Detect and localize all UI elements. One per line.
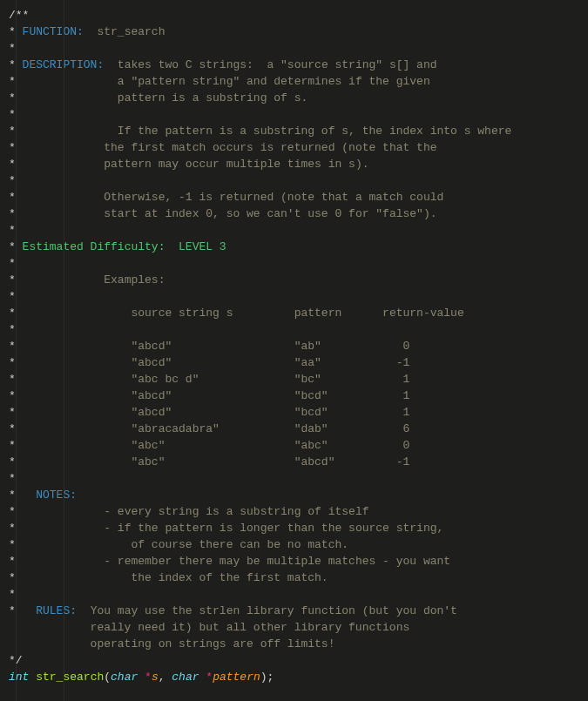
code-token: *	[9, 356, 16, 369]
code-token: of course there can be no match.	[16, 538, 348, 551]
code-line[interactable]: * - remember there may be multiple match…	[9, 555, 450, 568]
code-token: /**	[9, 9, 29, 22]
code-token: *	[9, 273, 16, 286]
code-line[interactable]: * If the pattern is a substring of s, th…	[9, 125, 511, 138]
code-token: RULES:	[36, 604, 77, 617]
code-token: );	[260, 671, 274, 684]
code-line[interactable]: *	[9, 174, 16, 187]
code-token: "abc" "abcd" -1	[16, 455, 409, 468]
code-token: "abcd" "aa" -1	[16, 356, 409, 369]
code-line[interactable]: * Estimated Difficulty: LEVEL 3	[9, 240, 226, 253]
code-line[interactable]: * "abcd" "aa" -1	[9, 356, 409, 369]
code-token: start at index 0, so we can't use 0 for …	[16, 207, 437, 220]
code-token: NOTES:	[36, 489, 77, 502]
code-token: pattern may occur multiple times in s).	[16, 158, 369, 171]
code-token: *	[9, 75, 16, 88]
indent-guide	[16, 0, 17, 701]
code-line[interactable]: * start at index 0, so we can't use 0 fo…	[9, 207, 437, 220]
code-token: *	[9, 604, 36, 617]
code-token: s	[152, 671, 159, 684]
code-token: FUNCTION:	[23, 25, 84, 38]
code-line[interactable]: /**	[9, 9, 29, 22]
code-line[interactable]: * "abcd" "bcd" 1	[9, 389, 409, 402]
code-token: (	[104, 671, 111, 684]
code-token: char	[172, 671, 199, 684]
code-token: *	[9, 108, 16, 121]
code-token: pattern	[213, 671, 260, 684]
code-line[interactable]: *	[9, 42, 16, 55]
code-line[interactable]: *	[9, 257, 16, 270]
code-token: You may use the strlen library function …	[77, 604, 457, 617]
code-token: *	[9, 489, 36, 502]
code-token: *	[9, 207, 16, 220]
code-token: really need it) but all other library fu…	[9, 621, 409, 634]
code-line[interactable]: * "abc" "abc" 0	[9, 439, 409, 452]
code-line[interactable]: * of course there can be no match.	[9, 538, 348, 551]
code-line[interactable]: *	[9, 588, 16, 601]
code-line[interactable]: * DESCRIPTION: takes two C strings: a "s…	[9, 58, 437, 71]
code-block[interactable]: /** * FUNCTION: str_search * * DESCRIPTI…	[0, 0, 588, 692]
code-token: int	[9, 671, 29, 684]
code-token: "abracadabra" "dab" 6	[16, 422, 409, 435]
code-token: *	[9, 522, 16, 535]
code-token: ,	[159, 671, 172, 684]
code-line[interactable]: * a "pattern string" and determines if t…	[9, 75, 430, 88]
code-token: *	[9, 555, 16, 568]
code-token: *	[145, 671, 152, 684]
code-line[interactable]: * NOTES:	[9, 489, 77, 502]
code-line[interactable]: * "abc bc d" "bc" 1	[9, 373, 409, 386]
code-line[interactable]: * Examples:	[9, 273, 165, 286]
code-token: *	[9, 389, 16, 402]
code-token: *	[9, 191, 16, 204]
code-token	[138, 671, 145, 684]
code-token: - if the pattern is longer than the sour…	[16, 522, 443, 535]
code-line[interactable]: * "abracadabra" "dab" 6	[9, 422, 409, 435]
code-line[interactable]: * FUNCTION: str_search	[9, 25, 165, 38]
code-line[interactable]: operating on strings are off limits!	[9, 637, 335, 650]
code-token: "abc" "abc" 0	[16, 439, 409, 452]
code-token: *	[9, 571, 16, 584]
code-line[interactable]: really need it) but all other library fu…	[9, 621, 409, 634]
code-token: *	[9, 141, 16, 154]
code-line[interactable]: *	[9, 472, 16, 485]
code-token: char	[111, 671, 138, 684]
code-token: takes two C strings: a "source string" s…	[104, 58, 436, 71]
code-line[interactable]: * Otherwise, -1 is returned (note that a…	[9, 191, 443, 204]
code-token: *	[9, 224, 16, 237]
code-token: *	[9, 340, 16, 353]
code-line[interactable]: *	[9, 224, 16, 237]
code-token: pattern is a substring of s.	[16, 91, 308, 104]
code-token: Estimated Difficulty: LEVEL 3	[23, 240, 226, 253]
code-line[interactable]: *	[9, 323, 16, 336]
code-line[interactable]: * the first match occurs is returned (no…	[9, 141, 437, 154]
indent-guide	[64, 0, 64, 701]
code-token: *	[9, 257, 16, 270]
code-line[interactable]: *	[9, 108, 16, 121]
code-token: *	[206, 671, 213, 684]
code-token: *	[9, 125, 16, 138]
code-token: *	[9, 406, 16, 419]
code-token: *	[9, 158, 16, 171]
editor-viewport: /** * FUNCTION: str_search * * DESCRIPTI…	[0, 0, 588, 701]
code-token: *	[9, 422, 16, 435]
code-line[interactable]: * "abcd" "ab" 0	[9, 340, 409, 353]
code-line[interactable]: * "abcd" "bcd" 1	[9, 406, 409, 419]
code-line[interactable]: * - if the pattern is longer than the so…	[9, 522, 443, 535]
code-token: *	[9, 588, 16, 601]
code-line[interactable]: * RULES: You may use the strlen library …	[9, 604, 457, 617]
code-token: Examples:	[16, 273, 166, 286]
code-line[interactable]: * "abc" "abcd" -1	[9, 455, 409, 468]
code-line[interactable]: * pattern is a substring of s.	[9, 91, 308, 104]
code-token: *	[9, 307, 16, 320]
code-token: *	[9, 455, 16, 468]
code-token: Otherwise, -1 is returned (note that a m…	[16, 191, 443, 204]
code-token: *	[9, 373, 16, 386]
code-line[interactable]: *	[9, 290, 16, 303]
code-line[interactable]: * source string s pattern return-value	[9, 307, 464, 320]
code-token: *	[9, 91, 16, 104]
code-line[interactable]: * the index of the first match.	[9, 571, 328, 584]
code-token: a "pattern string" and determines if the…	[16, 75, 430, 88]
code-token: *	[9, 472, 16, 485]
code-line[interactable]: int str_search(char *s, char *pattern);	[9, 671, 274, 684]
code-token: str_search	[36, 671, 104, 684]
